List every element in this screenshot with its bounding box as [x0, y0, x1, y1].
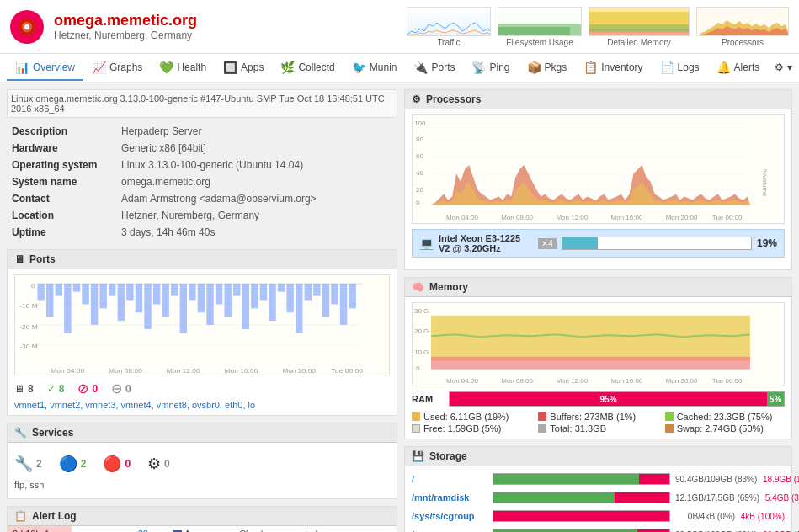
storage-section-header: 💾 Storage — [405, 447, 791, 466]
ports-section: 🖥 Ports 0 -10 M -20 M -30 M — [7, 249, 397, 416]
main-content: Linux omega.memetic.org 3.13.0-100-gener… — [0, 82, 799, 532]
nav-item-ports[interactable]: 🔌 Ports — [405, 56, 463, 81]
nav-item-pkgs[interactable]: 📦 Pkgs — [519, 56, 576, 81]
services-stats: 🔧 2 🔵 2 🔴 0 ⚙ 0 — [14, 448, 390, 480]
pkgs-icon: 📦 — [527, 61, 541, 74]
service-ignored-icon: ⚙ — [147, 455, 161, 473]
nav-item-graphs[interactable]: 📈 Graphs — [83, 56, 151, 81]
storage-row-var: /var 89.5GB/109GB (82%) 20.3GB (18%) — [412, 527, 785, 532]
mem-legend-cached: Cached: 23.3GB (75%) — [665, 412, 785, 422]
storage-row-root: / 90.4GB/109GB (83%) 18.9GB (17%) — [412, 471, 785, 487]
svg-text:40: 40 — [416, 169, 423, 177]
field-os-value: Linux 3.13.0-100-generic (Ubuntu 14.04) — [116, 157, 397, 173]
nav-item-apps[interactable]: 🔲 Apps — [215, 56, 272, 81]
ram-bar-row: RAM 95% 5% — [412, 391, 785, 407]
left-panel: Linux omega.memetic.org 3.13.0-100-gener… — [0, 82, 404, 532]
system-info-row: Operating system Linux 3.13.0-100-generi… — [7, 157, 397, 173]
mini-graph-traffic[interactable]: Traffic — [407, 7, 491, 47]
storage-bar-extra-ramdisk — [615, 492, 669, 503]
storage-bar-cgroup — [493, 510, 670, 522]
svg-rect-26 — [91, 284, 98, 325]
site-logo[interactable] — [10, 10, 44, 44]
ports-links[interactable]: vmnet1, vmnet2, vmnet3, vmnet4, vmnet8, … — [14, 400, 390, 410]
svg-text:30 G: 30 G — [414, 307, 429, 315]
svg-rect-94 — [431, 357, 750, 370]
graphs-icon: 📈 — [92, 61, 106, 74]
svg-text:100: 100 — [414, 120, 426, 127]
mem-legend-free-color — [412, 424, 420, 433]
svg-text:60: 60 — [416, 152, 423, 160]
cpu-name-icon: 💻 — [419, 237, 434, 250]
nav-item-collectd[interactable]: 🌿 Collectd — [272, 56, 343, 81]
hostname[interactable]: omega.memetic.org — [54, 12, 299, 29]
svg-rect-7 — [589, 24, 690, 31]
ports-header-icon: 🖥 — [14, 253, 24, 265]
storage-info-cgroup: 0B/4kB (0%) 4kB (100%) — [675, 512, 785, 521]
svg-text:Mon 20:00: Mon 20:00 — [282, 367, 316, 375]
mem-legend-swap-label: Swap: 2.74GB (50%) — [677, 423, 764, 434]
cpu-bar-fill — [562, 237, 599, 249]
field-location-label: Location — [7, 207, 116, 224]
alert-name-1[interactable]: processor_ge_80 — [72, 526, 168, 532]
munin-icon: 🐦 — [352, 61, 366, 74]
nav-item-alerts[interactable]: 🔔 Alerts — [708, 56, 769, 81]
storage-path-cgroup[interactable]: /sys/fs/cgroup — [412, 511, 487, 521]
mini-graph-processors-label: Processors — [696, 38, 789, 47]
port-down-icon: ⊘ — [77, 380, 88, 396]
alert-table: 2d 19h 4m processor_ge_80 Average Checks… — [8, 526, 397, 532]
storage-bar-var — [493, 529, 670, 532]
storage-path-root[interactable]: / — [412, 474, 487, 484]
storage-section-body: / 90.4GB/109GB (83%) 18.9GB (17%) /mnt/r… — [405, 466, 791, 532]
svg-rect-47 — [278, 284, 285, 292]
svg-rect-29 — [118, 284, 125, 321]
field-location-value: Hetzner, Nuremberg, Germany — [116, 207, 397, 224]
right-panel: ⚙ Processors 100 80 60 40 20 0 — [404, 82, 799, 532]
nav-item-inventory[interactable]: 📋 Inventory — [575, 56, 651, 81]
cpu-expand-icon[interactable]: ✕4 — [538, 238, 557, 249]
ports-stats: 🖥 8 ✓ 8 ⊘ 0 ⊖ 0 — [14, 380, 390, 396]
svg-text:-10 M: -10 M — [19, 303, 38, 311]
storage-path-ramdisk[interactable]: /mnt/ramdisk — [412, 492, 487, 503]
service-down-icon: 🔴 — [103, 455, 121, 473]
storage-section-title: Storage — [429, 450, 467, 462]
alert-status-1: Checks succeeded — [234, 526, 397, 532]
mini-graph-memory-label: Detailed Memory — [589, 38, 690, 47]
field-hardware-label: Hardware — [7, 140, 116, 157]
svg-rect-34 — [162, 284, 168, 317]
processors-section-header: ⚙ Processors — [405, 90, 791, 109]
mini-graph-filesystem[interactable]: Filesystem Usage — [498, 7, 582, 47]
processors-header-icon: ⚙ — [412, 93, 421, 105]
svg-text:20 G: 20 G — [414, 327, 429, 335]
field-contact-label: Contact — [7, 190, 116, 207]
cpu-percent: 19% — [757, 237, 777, 249]
svg-rect-44 — [251, 284, 258, 309]
storage-header-icon: 💾 — [412, 450, 424, 462]
service-down-count: 0 — [125, 458, 131, 470]
nav-item-overview[interactable]: 📊 Overview — [7, 56, 83, 81]
svg-rect-38 — [198, 284, 205, 312]
nav-item-logs[interactable]: 📄 Logs — [652, 56, 708, 81]
storage-info-ramdisk: 12.1GB/17.5GB (69%) 5.4GB (31%) — [675, 493, 785, 503]
nav-item-munin[interactable]: 🐦 Munin — [344, 56, 406, 81]
port-up-count: 8 — [59, 383, 65, 395]
settings-gear-button[interactable]: ⚙ ▾ — [768, 56, 798, 80]
mini-graph-processors[interactable]: Processors — [696, 7, 789, 47]
nav-item-ping[interactable]: 📡 Ping — [463, 56, 518, 81]
storage-bar-used-root — [493, 474, 639, 484]
svg-rect-22 — [56, 284, 62, 296]
svg-rect-28 — [109, 284, 115, 296]
memory-section-body: 30 G 20 G 10 G 0 — [405, 297, 791, 439]
ports-icon: 🔌 — [413, 61, 428, 74]
svg-text:0: 0 — [31, 282, 35, 290]
mini-graph-memory[interactable]: Detailed Memory — [589, 7, 690, 47]
svg-text:%volume: %volume — [761, 169, 769, 197]
nav-item-health[interactable]: 💚 Health — [151, 56, 215, 81]
svg-rect-41 — [224, 284, 231, 317]
processors-section-title: Processors — [426, 93, 481, 105]
processors-section: ⚙ Processors 100 80 60 40 20 0 — [404, 89, 792, 270]
ram-bar-container: 95% 5% — [449, 391, 785, 407]
port-total-icon: 🖥 — [14, 383, 24, 395]
svg-text:-20 M: -20 M — [19, 323, 38, 331]
field-uptime-label: Uptime — [7, 224, 116, 241]
mem-legend-buffers: Buffers: 273MB (1%) — [538, 412, 658, 422]
